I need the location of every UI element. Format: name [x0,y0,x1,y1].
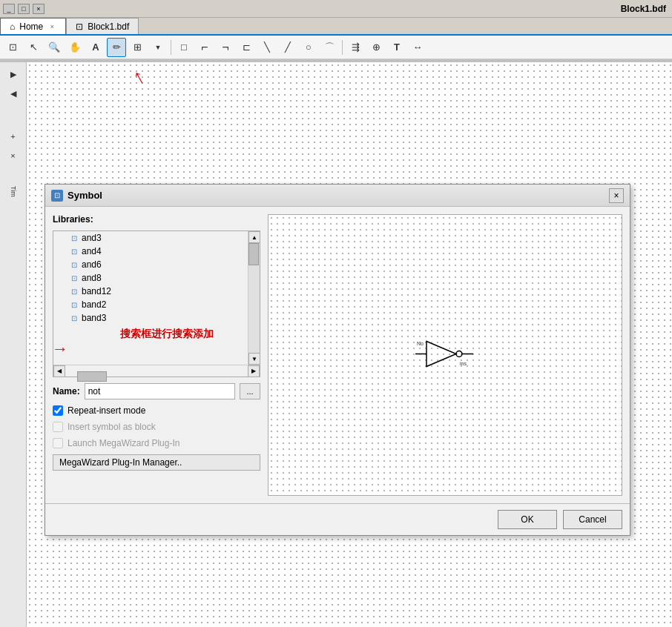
repeat-insert-checkbox[interactable] [53,405,63,416]
libraries-label: Libraries: [53,214,260,225]
name-input[interactable] [85,383,235,399]
insert-block-row: Insert symbol as block [53,422,260,432]
list-item-and4-icon: ⊡ [71,248,77,256]
list-item-band2-label: band2 [82,299,106,310]
dialog-titlebar: ⊡ Symbol × [45,185,630,207]
svg-marker-1 [426,342,456,367]
launch-mega-label: Launch MegaWizard Plug-In [67,438,179,448]
libraries-vscrollbar[interactable]: ▲ ▼ [248,231,260,365]
list-item-and6[interactable]: ⊡ and6 [53,258,248,271]
list-item-band3-icon: ⊡ [71,314,77,322]
list-item-and3-icon: ⊡ [71,234,77,242]
scroll-down-btn[interactable]: ▼ [248,353,260,365]
list-item-and8[interactable]: ⊡ and8 [53,271,248,285]
list-item-band3-label: band3 [82,313,106,323]
list-item-and3[interactable]: ⊡ and3 [53,231,248,245]
name-label: Name: [53,386,80,397]
repeat-insert-label: Repeat-insert mode [67,405,145,416]
repeat-insert-row: Repeat-insert mode [53,405,260,416]
list-item-band3[interactable]: ⊡ band3 [53,311,248,325]
dialog-preview-panel: No ins [268,214,622,496]
list-item-and8-icon: ⊡ [71,274,77,282]
list-item-and6-icon: ⊡ [71,261,77,269]
libraries-hscrollbar[interactable]: ◀ ▶ [53,365,260,376]
scroll-track[interactable] [248,243,260,353]
name-browse-button[interactable]: ... [240,383,260,399]
list-item-and6-label: and6 [82,259,102,270]
insert-block-label: Insert symbol as block [67,422,156,432]
scroll-up-btn[interactable]: ▲ [248,231,260,243]
dialog-footer: OK Cancel [45,503,630,535]
dialog-left-panel: Libraries: ⊡ and3 ⊡ and4 [53,214,260,496]
scroll-left-btn[interactable]: ◀ [53,365,65,377]
launch-mega-row: Launch MegaWizard Plug-In [53,438,260,448]
launch-mega-checkbox[interactable] [53,438,63,448]
list-item-band2[interactable]: ⊡ band2 [53,298,248,311]
list-item-band2-icon: ⊡ [71,301,77,309]
list-item-band12-label: band12 [82,286,111,296]
list-item-and3-label: and3 [82,233,102,243]
not-gate-svg: No ins [415,336,475,373]
list-item-band12-icon: ⊡ [71,288,77,296]
list-item-and8-label: and8 [82,273,102,283]
scroll-right-btn[interactable]: ▶ [248,365,260,377]
dialog-body: Libraries: ⊡ and3 ⊡ and4 [45,207,630,503]
dialog-title: Symbol [67,190,605,201]
name-row: Name: ... [53,383,260,399]
svg-text:ins: ins [460,361,467,366]
libraries-list[interactable]: ⊡ and3 ⊡ and4 ⊡ and6 [53,231,248,365]
dialog-title-icon: ⊡ [51,190,63,202]
dialog-overlay: 搜索框进行搜索添加 → ⊡ Symbol × Libraries: ⊡ [0,0,672,627]
not-gate-preview: No ins [415,336,475,375]
cancel-button[interactable]: Cancel [563,510,622,529]
list-item-and4[interactable]: ⊡ and4 [53,245,248,258]
list-item-and4-label: and4 [82,246,102,256]
svg-text:No: No [417,341,424,346]
symbol-dialog: ⊡ Symbol × Libraries: ⊡ and3 [45,184,630,536]
ok-button[interactable]: OK [498,510,557,529]
list-item-band12[interactable]: ⊡ band12 [53,285,248,298]
hscroll-thumb[interactable] [77,371,107,382]
dialog-close-button[interactable]: × [609,188,624,203]
scroll-thumb[interactable] [248,243,259,265]
megawizard-button[interactable]: MegaWizard Plug-In Manager.. [53,454,260,471]
insert-block-checkbox[interactable] [53,422,63,432]
